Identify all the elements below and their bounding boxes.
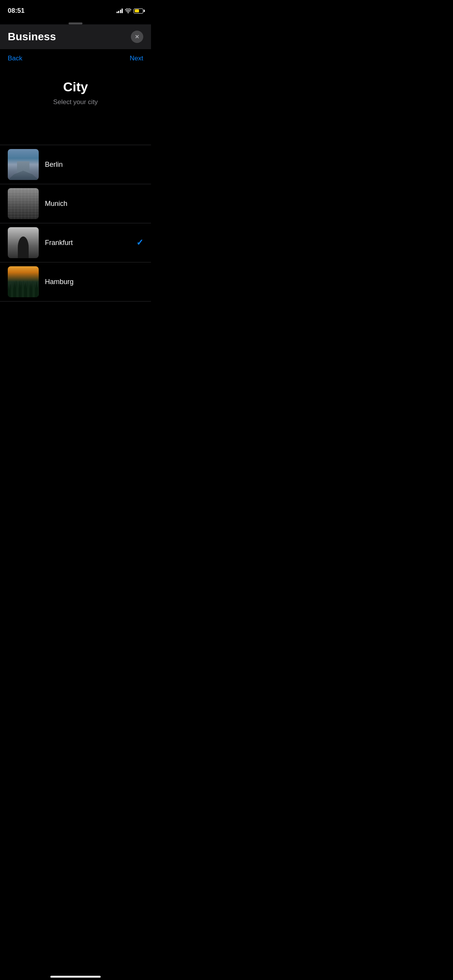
signal-icon [117, 9, 123, 13]
city-name-hamburg: Hamburg [45, 278, 143, 286]
close-icon: ✕ [135, 34, 139, 39]
city-thumbnail-frankfurt [8, 227, 39, 258]
battery-icon [134, 9, 143, 14]
status-bar: 08:51 [0, 0, 151, 19]
city-item-frankfurt[interactable]: Frankfurt ✓ [0, 223, 151, 262]
drag-handle [0, 19, 151, 24]
city-name-munich: Munich [45, 200, 143, 208]
status-icons [117, 9, 144, 14]
bottom-spacer [0, 302, 151, 315]
city-thumbnail-munich [8, 188, 39, 219]
nav-row: Back Next [0, 49, 151, 68]
page-title-section: City Select your city [0, 68, 151, 114]
next-button[interactable]: Next [130, 55, 143, 62]
city-name-berlin: Berlin [45, 161, 143, 169]
close-button[interactable]: ✕ [131, 31, 143, 43]
sheet-title: Business [8, 31, 56, 43]
selected-checkmark: ✓ [136, 238, 143, 248]
city-name-frankfurt: Frankfurt [45, 239, 132, 247]
city-thumbnail-berlin [8, 149, 39, 180]
city-item-munich[interactable]: Munich [0, 184, 151, 223]
sheet-header: Business ✕ [0, 24, 151, 49]
page-title: City [8, 79, 143, 94]
status-time: 08:51 [8, 7, 24, 15]
section-spacer [0, 114, 151, 145]
city-item-hamburg[interactable]: Hamburg [0, 262, 151, 302]
back-button[interactable]: Back [8, 55, 22, 62]
city-list: Berlin Munich Frankfurt ✓ Hamburg [0, 145, 151, 302]
page-subtitle: Select your city [8, 98, 143, 106]
city-thumbnail-hamburg [8, 266, 39, 297]
wifi-icon [125, 9, 131, 13]
city-item-berlin[interactable]: Berlin [0, 145, 151, 184]
